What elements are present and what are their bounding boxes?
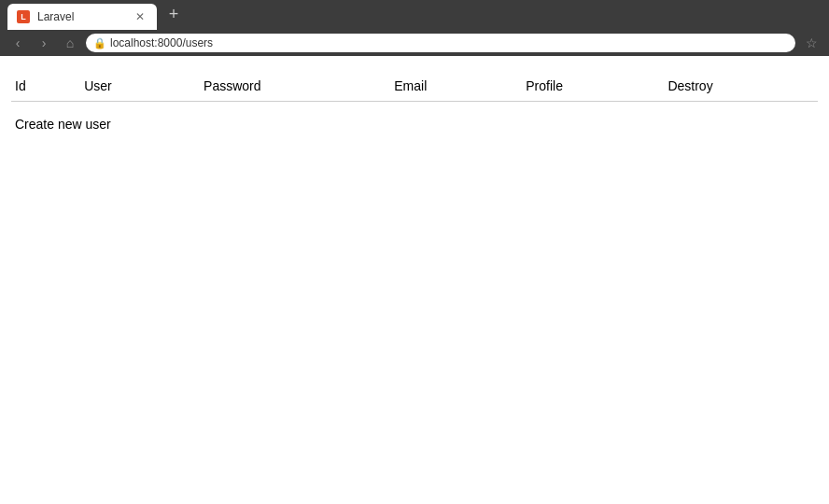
col-destroy-header: Destroy — [656, 71, 818, 102]
page-content: Id User Password Email Profile Destroy C… — [0, 56, 829, 147]
back-button[interactable]: ‹ — [7, 33, 28, 53]
new-tab-button[interactable]: + — [161, 1, 187, 27]
active-tab[interactable]: L Laravel ✕ — [7, 4, 157, 30]
col-password-header: Password — [192, 71, 383, 102]
table-header: Id User Password Email Profile Destroy — [11, 71, 818, 102]
browser-toolbar: ‹ › ⌂ 🔒 localhost:8000/users ☆ — [0, 30, 829, 56]
col-profile-header: Profile — [514, 71, 656, 102]
bookmark-button[interactable]: ☆ — [801, 33, 822, 53]
table-header-row: Id User Password Email Profile Destroy — [11, 71, 818, 102]
home-button[interactable]: ⌂ — [60, 33, 80, 53]
tab-bar: L Laravel ✕ + — [0, 0, 829, 30]
tab-title: Laravel — [37, 10, 125, 23]
create-new-user-link[interactable]: Create new user — [11, 117, 115, 132]
col-user-header: User — [73, 71, 192, 102]
forward-button[interactable]: › — [34, 33, 54, 53]
browser-chrome: L Laravel ✕ + ‹ › ⌂ 🔒 localhost:8000/use… — [0, 0, 829, 56]
tab-favicon: L — [17, 10, 30, 23]
col-email-header: Email — [383, 71, 514, 102]
col-id-header: Id — [11, 71, 73, 102]
tab-close-button[interactable]: ✕ — [133, 9, 148, 24]
address-bar[interactable]: 🔒 localhost:8000/users — [86, 34, 795, 52]
lock-icon: 🔒 — [93, 37, 106, 49]
address-text: localhost:8000/users — [110, 36, 788, 49]
users-table: Id User Password Email Profile Destroy — [11, 71, 818, 102]
